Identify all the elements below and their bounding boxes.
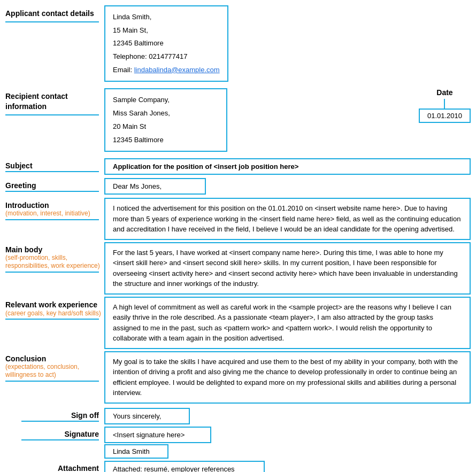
- relevant-label: Relevant work experience: [5, 300, 104, 309]
- conclusion-box: My goal is to take the skills I have acq…: [104, 351, 471, 404]
- recipient-line4: 12345 Baltimore: [113, 134, 219, 147]
- signature-label: Signature: [5, 430, 99, 438]
- subject-box: Application for the position of <insert …: [104, 158, 471, 175]
- recipient-line1: Sample Company,: [113, 94, 219, 107]
- recipient-label: Recipient contact information: [5, 91, 104, 111]
- date-area: Date 01.01.2010: [419, 88, 471, 123]
- signature-box: <Insert signature here>: [104, 427, 211, 443]
- applicant-line2: 15 Main St,: [113, 24, 220, 37]
- applicant-box: Linda Smith, 15 Main St, 12345 Baltimore…: [104, 5, 228, 82]
- applicant-email: Email: lindabalinda@example.com: [113, 64, 220, 77]
- applicant-line1: Linda Smith,: [113, 11, 220, 24]
- greeting-label: Greeting: [5, 181, 104, 190]
- signoff-label: Sign off: [5, 411, 99, 420]
- conclusion-label: Conclusion: [5, 354, 104, 363]
- recipient-line3: 20 Main St: [113, 120, 219, 134]
- subject-label: Subject: [5, 161, 104, 170]
- recipient-box: Sample Company, Miss Sarah Jones, 20 Mai…: [104, 88, 227, 152]
- conclusion-sublabel: (expectations, conclusion, willingness t…: [5, 363, 104, 380]
- recipient-line2: Miss Sarah Jones,: [113, 107, 219, 120]
- introduction-label: Introduction: [5, 201, 104, 210]
- signoff-box: Yours sincerely,: [104, 408, 190, 424]
- applicant-telephone: Telephone: 0214777417: [113, 50, 220, 64]
- mainbody-label: Main body: [5, 245, 104, 254]
- introduction-box: I noticed the advertisement for this pos…: [104, 198, 471, 240]
- greeting-box: Dear Ms Jones,: [104, 178, 206, 195]
- signature-name-box: Linda Smith: [104, 444, 168, 459]
- date-label: Date: [436, 88, 452, 97]
- mainbody-sublabel: (self-promotion, skills, responsibilitie…: [5, 254, 104, 270]
- relevant-box: A high level of commitment as well as ca…: [104, 297, 471, 349]
- applicant-label: Applicant contact details: [5, 9, 104, 18]
- attachment-label: Attachment: [5, 464, 99, 472]
- mainbody-box: For the last 5 years, I have worked at <…: [104, 242, 471, 295]
- page-layout: Applicant contact details Linda Smith, 1…: [5, 5, 471, 472]
- attachment-box: Attached: resumé, employer references: [104, 461, 265, 472]
- applicant-line3: 12345 Baltimore: [113, 37, 220, 50]
- date-box: 01.01.2010: [419, 109, 471, 123]
- date-connector-line: [444, 99, 445, 109]
- introduction-sublabel: (motivation, interest, initiative): [5, 210, 104, 218]
- relevant-sublabel: (career goals, key hard/soft skills): [5, 309, 104, 318]
